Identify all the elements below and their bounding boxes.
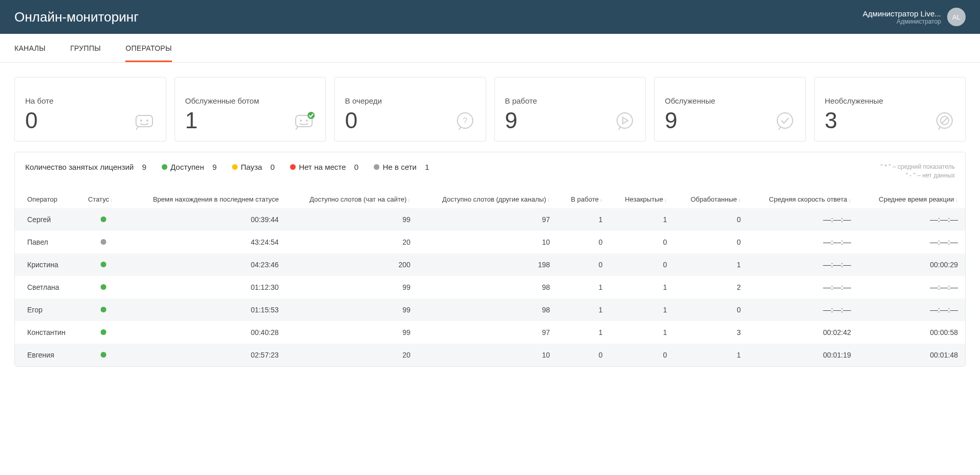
svg-point-6 [308, 112, 315, 119]
cell-slots-chat: 99 [286, 276, 418, 299]
cell-operator: Кристина [15, 253, 81, 276]
svg-point-2 [146, 120, 148, 122]
status-dot-icon [162, 164, 167, 170]
sort-icon: ↓ [408, 196, 411, 203]
operators-table: Оператор Статус↓ Время нахождения в посл… [15, 190, 965, 366]
cell-slots-chat: 99 [286, 299, 418, 321]
card-value: 9 [505, 109, 537, 132]
card-value: 0 [25, 109, 53, 132]
table-row[interactable]: Сергей 00:39:44 99 97 1 1 0 ––:––:–– ––:… [15, 208, 965, 231]
th-open[interactable]: Незакрытые↓ [610, 190, 674, 208]
table-row[interactable]: Кристина 04:23:46 200 198 0 0 1 ––:––:––… [15, 253, 965, 276]
cell-avg-speed: ––:––:–– [748, 253, 858, 276]
table-row[interactable]: Егор 01:15:53 99 98 1 1 0 ––:––:–– ––:––… [15, 299, 965, 321]
cell-time: 00:39:44 [126, 208, 286, 231]
summary-card[interactable]: На боте 0 [14, 77, 166, 142]
card-label: В очереди [345, 96, 382, 105]
cell-status [81, 208, 126, 231]
sort-icon: ↓ [664, 196, 667, 203]
table-row[interactable]: Константин 00:40:28 99 97 1 1 3 00:02:42… [15, 321, 965, 344]
license-summary: Количество занятых лицензий 9 Доступен 9… [25, 163, 429, 171]
cell-operator: Константин [15, 321, 81, 344]
cell-open: 1 [610, 276, 674, 299]
page-title: Онлайн-мониторинг [14, 9, 139, 25]
user-menu[interactable]: Администратор Live... Администратор AL [863, 8, 966, 26]
avatar[interactable]: AL [947, 8, 966, 26]
tab-groups[interactable]: ГРУППЫ [70, 34, 101, 62]
sort-icon: ↓ [547, 196, 550, 203]
cell-in-work: 0 [557, 231, 609, 253]
licenses-total: Количество занятых лицензий 9 [25, 163, 146, 171]
th-in-work[interactable]: В работе↓ [557, 190, 609, 208]
cell-time: 00:40:28 [126, 321, 286, 344]
cell-in-work: 1 [557, 276, 609, 299]
cell-in-work: 1 [557, 208, 609, 231]
status-dot-icon [101, 307, 106, 312]
cell-operator: Сергей [15, 208, 81, 231]
th-slots-other[interactable]: Доступно слотов (другие каналы)↓ [418, 190, 558, 208]
summary-card[interactable]: Необслуженные 3 [814, 77, 966, 142]
cell-slots-other: 198 [418, 253, 558, 276]
table-row[interactable]: Светлана 01:12:30 99 98 1 1 2 ––:––:–– –… [15, 276, 965, 299]
cell-in-work: 0 [557, 344, 609, 366]
cell-avg-reaction: ––:––:–– [858, 276, 965, 299]
panel-header: Количество занятых лицензий 9 Доступен 9… [15, 163, 965, 190]
th-time[interactable]: Время нахождения в последнем статусе [126, 190, 286, 208]
legend-notes: " * " – средний показатель " - " – нет д… [880, 163, 955, 180]
th-avg-speed[interactable]: Средняя скорость ответа↓ [748, 190, 858, 208]
table-head: Оператор Статус↓ Время нахождения в посл… [15, 190, 965, 208]
card-value: 9 [665, 109, 715, 132]
legend-line-1: " * " – средний показатель [880, 163, 955, 171]
svg-point-10 [777, 113, 793, 128]
content-area: На боте 0 Обслуженные ботом 1 В очереди … [0, 63, 980, 381]
th-operator[interactable]: Оператор [15, 190, 81, 208]
status-count: 1 [425, 163, 429, 171]
cell-slots-other: 98 [418, 276, 558, 299]
card-label: Обслуженные ботом [185, 96, 259, 105]
tab-operators[interactable]: ОПЕРАТОРЫ [125, 34, 171, 62]
cell-slots-chat: 99 [286, 208, 418, 231]
cell-slots-other: 10 [418, 231, 558, 253]
summary-card[interactable]: Обслуженные 9 [654, 77, 806, 142]
cell-in-work: 1 [557, 321, 609, 344]
tab-channels[interactable]: КАНАЛЫ [14, 34, 46, 62]
cell-slots-other: 10 [418, 344, 558, 366]
th-slots-chat[interactable]: Доступно слотов (чат на сайте)↓ [286, 190, 418, 208]
status-label: Нет на месте [299, 163, 346, 171]
cell-avg-speed: ––:––:–– [748, 231, 858, 253]
bot-check-icon [293, 111, 315, 132]
license-status-item: Нет на месте 0 [290, 163, 358, 171]
cell-processed: 1 [674, 253, 748, 276]
cell-open: 0 [610, 344, 674, 366]
cell-avg-reaction: 00:00:58 [858, 321, 965, 344]
th-avg-reaction[interactable]: Среднее время реакции↓ [858, 190, 965, 208]
th-processed[interactable]: Обработанные↓ [674, 190, 748, 208]
cell-status [81, 344, 126, 366]
svg-line-13 [941, 117, 948, 124]
svg-point-4 [300, 120, 302, 122]
cell-operator: Егор [15, 299, 81, 321]
cell-processed: 0 [674, 208, 748, 231]
sort-icon: ↓ [110, 196, 113, 203]
summary-card[interactable]: Обслуженные ботом 1 [175, 77, 326, 142]
cell-avg-speed: 00:02:42 [748, 321, 858, 344]
cell-processed: 2 [674, 276, 748, 299]
sort-icon: ↓ [955, 196, 958, 203]
summary-card[interactable]: В работе 9 [494, 77, 646, 142]
cell-status [81, 231, 126, 253]
card-label: В работе [505, 96, 537, 105]
table-row[interactable]: Павел 43:24:54 20 10 0 0 0 ––:––:–– ––:–… [15, 231, 965, 253]
table-row[interactable]: Евгения 02:57:23 20 10 0 0 1 00:01:19 00… [15, 344, 965, 366]
summary-card[interactable]: В очереди 0 ? [334, 77, 486, 142]
status-dot-icon [101, 284, 106, 290]
th-status[interactable]: Статус↓ [81, 190, 126, 208]
cell-avg-reaction: ––:––:–– [858, 299, 965, 321]
play-icon [614, 111, 635, 132]
cell-slots-other: 98 [418, 299, 558, 321]
legend-line-2: " - " – нет данных [880, 171, 955, 180]
cell-processed: 1 [674, 344, 748, 366]
card-value: 0 [345, 109, 382, 132]
cell-time: 04:23:46 [126, 253, 286, 276]
cell-time: 02:57:23 [126, 344, 286, 366]
license-status-item: Не в сети 1 [374, 163, 429, 171]
